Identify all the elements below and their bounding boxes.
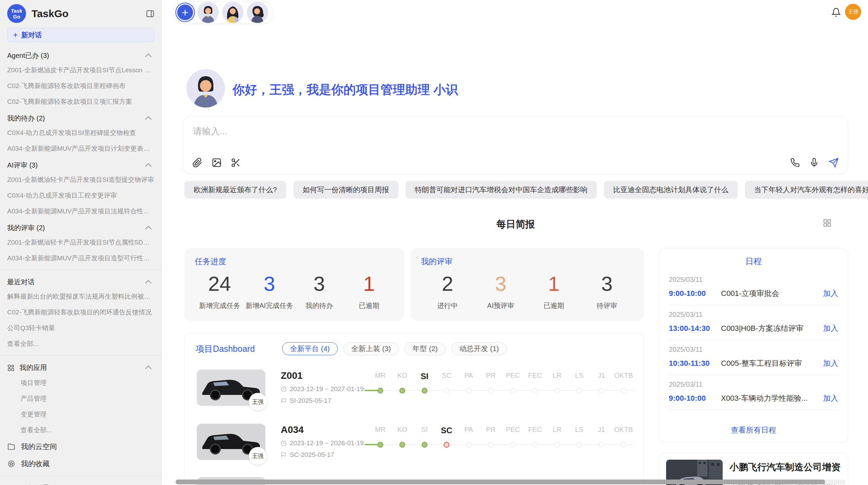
milestone-labels: MRKOSISCPAPRPECFECLRLSJ1OKTB	[369, 426, 635, 435]
milestone-dot[interactable]	[620, 388, 626, 394]
milestone-dot[interactable]	[599, 442, 604, 448]
list-item[interactable]: C02-飞腾新能源轻客改款项目里程碑画布	[0, 78, 161, 94]
image-upload-icon[interactable]	[212, 158, 222, 168]
schedule-item: 2025/03/11 13:00-14:30 C003|H0B-方案冻结评审 加…	[669, 305, 838, 340]
sidebar-item-label: 我的云空间	[21, 442, 57, 451]
milestone-dot[interactable]	[620, 442, 626, 448]
list-item[interactable]: 公司Q3轻卡销量	[0, 320, 161, 336]
milestone-dot[interactable]	[377, 388, 383, 394]
milestone-dot[interactable]	[377, 442, 383, 448]
sidebar-scroll: Agent已办 (3) Z001-全新燃油皮卡产品开发项目SI节点Lesson …	[0, 47, 161, 485]
list-item[interactable]: Z001-全新燃油轻卡产品开发项目SI节点属性5D文件评审	[0, 235, 161, 250]
milestone-dot[interactable]	[510, 442, 516, 448]
add-member-button[interactable]: +	[176, 3, 194, 21]
sidebar-item-cloud-space[interactable]: 我的云空间	[0, 438, 161, 455]
suggestion-chip[interactable]: 比亚迪全固态电池计划具体说了什么	[604, 181, 738, 199]
schedule-date: 2025/03/11	[669, 276, 838, 284]
project-row[interactable]: 王强 A034 2023-12-19 ~ 2026-01-19 SC-2025-…	[185, 424, 643, 460]
list-item[interactable]: C0X4-动力总成开发项目工程变更评审	[0, 188, 161, 203]
tab-model-year[interactable]: 年型 (2)	[405, 342, 446, 355]
chat-input-placeholder[interactable]: 请输入...	[193, 125, 227, 137]
suggestion-chip[interactable]: 欧洲新规最近颁布了什么?	[184, 181, 286, 199]
milestone-dot[interactable]	[399, 388, 405, 394]
milestone-dot[interactable]	[554, 442, 560, 448]
suggestion-chips: 欧洲新规最近颁布了什么? 如何写一份清晰的项目周报 特朗普可能对进口汽车增税会对…	[184, 181, 868, 199]
section-title: AI评审 (3)	[7, 161, 147, 170]
milestone-dot[interactable]	[444, 388, 449, 394]
new-chat-button[interactable]: + 新对话	[7, 28, 155, 42]
milestone-dot[interactable]	[488, 388, 494, 394]
project-info: Z001 2023-12-19 ~ 2027-01-19 SI-2025-05-…	[281, 370, 369, 406]
schedule-event-name: C003|H0B-方案冻结评审	[721, 323, 823, 334]
milestone-dot[interactable]	[532, 388, 538, 394]
join-link[interactable]: 加入	[823, 288, 838, 299]
suggestion-chip[interactable]: 特朗普可能对进口汽车增税会对中国车企造成哪些影响	[406, 181, 597, 199]
sidebar-item-change-mgmt[interactable]: 变更管理	[0, 407, 161, 422]
section-recent-chats[interactable]: 最近对话	[0, 273, 161, 289]
list-item[interactable]: C02-飞腾新能源轻客改款项目的闭环通告反馈情况	[0, 304, 161, 320]
milestone-dot[interactable]	[599, 388, 604, 394]
tab-new-body[interactable]: 全新上装 (3)	[343, 342, 399, 355]
send-icon[interactable]	[829, 158, 839, 168]
milestone-dot[interactable]	[422, 388, 427, 394]
chat-input-box[interactable]: 请输入...	[183, 116, 848, 174]
list-item[interactable]: 解释最新出台的欧盟报废车法规再生塑料比例被调至15%...	[0, 289, 161, 304]
milestone-dot[interactable]	[576, 442, 582, 448]
view-all-chats[interactable]: 查看全部...	[0, 336, 161, 352]
milestone-dot[interactable]	[488, 442, 494, 448]
project-row[interactable]: 王强 Z001 2023-12-19 ~ 2027-01-19 SI-2025-…	[185, 370, 643, 406]
layout-grid-icon[interactable]	[823, 219, 832, 227]
dashboard-header: 项目Dashboard 全新平台 (4) 全新上装 (3) 年型 (2) 动总开…	[185, 333, 643, 355]
collapse-sidebar-icon[interactable]	[146, 9, 155, 18]
join-link[interactable]: 加入	[823, 358, 838, 369]
milestone-dot[interactable]	[532, 442, 538, 448]
section-my-review[interactable]: 我的评审 (2)	[0, 219, 161, 235]
milestone-dot[interactable]	[554, 388, 560, 394]
sidebar-item-project-mgmt[interactable]: 项目管理	[0, 375, 161, 391]
join-link[interactable]: 加入	[823, 323, 838, 334]
tab-powertrain[interactable]: 动总开发 (1)	[451, 342, 507, 355]
milestone-dot[interactable]	[466, 388, 472, 394]
list-item[interactable]: Z001-全新燃油轻卡产品开发项目SI造型提交物评审	[0, 172, 161, 188]
milestone-dot[interactable]	[576, 388, 582, 394]
user-avatar[interactable]: 王强	[845, 4, 861, 20]
daily-brief-title: 每日简报	[496, 219, 535, 229]
milestone-dot[interactable]	[444, 442, 449, 448]
sidebar-item-product-mgmt[interactable]: 产品管理	[0, 391, 161, 407]
list-item[interactable]: A034-全新新能源MUV产品开发项目法规符合性评审	[0, 203, 161, 219]
phone-icon[interactable]	[790, 158, 800, 167]
view-all-apps[interactable]: 查看全部...	[0, 422, 161, 438]
avatar[interactable]	[197, 2, 219, 23]
list-item[interactable]: C02-飞腾新能源轻客改款项目立项汇报方案	[0, 94, 161, 110]
list-item[interactable]: A034-全新新能源MUV产品开发项目计划变更表编写	[0, 141, 161, 157]
tab-new-platform[interactable]: 全新平台 (4)	[282, 342, 338, 355]
attachment-icon[interactable]	[192, 158, 203, 168]
section-agent-done[interactable]: Agent已办 (3)	[0, 47, 161, 62]
join-link[interactable]: 加入	[823, 393, 838, 403]
schedule-time: 13:00-14:30	[669, 324, 721, 333]
milestone-dot[interactable]	[510, 388, 516, 394]
milestone-dot[interactable]	[399, 442, 405, 448]
list-item[interactable]: Z001-全新燃油皮卡产品开发项目SI节点Lesson Learn报告	[0, 62, 161, 78]
stat-new-done: 24新增完成任务	[195, 272, 244, 310]
horizontal-scrollbar-thumb[interactable]	[176, 480, 825, 484]
list-item[interactable]: A034-全新新能源MUV产品开发项目造型可行性评审	[0, 250, 161, 266]
scissors-icon[interactable]	[231, 158, 241, 168]
microphone-icon[interactable]	[809, 158, 819, 167]
milestone-dot[interactable]	[466, 442, 472, 448]
avatar[interactable]	[222, 2, 243, 23]
milestone-dot[interactable]	[422, 442, 427, 448]
sidebar-item-ai-employee[interactable]: AI超级员工	[0, 480, 161, 485]
horizontal-scrollbar-track[interactable]	[176, 480, 846, 484]
section-ai-review[interactable]: AI评审 (3)	[0, 157, 161, 172]
suggestion-chip[interactable]: 当下年轻人对汽车外观有怎样的喜好趋势	[745, 181, 868, 199]
sidebar-item-my-apps[interactable]: 我的应用	[0, 359, 161, 375]
sidebar-item-favorites[interactable]: 我的收藏	[0, 455, 161, 472]
view-all-schedule-link[interactable]: 查看所有日程	[669, 425, 838, 437]
avatar[interactable]	[247, 2, 268, 23]
list-item[interactable]: C0X4-动力总成开发项目SI里程碑提交物检查	[0, 125, 161, 141]
section-my-todo[interactable]: 我的待办 (2)	[0, 110, 161, 125]
notification-bell-icon[interactable]	[831, 8, 841, 17]
suggestion-chip[interactable]: 如何写一份清晰的项目周报	[293, 181, 398, 199]
schedule-item: 2025/03/11 10:30-11:30 C005-整车工程目标评审 加入	[669, 340, 838, 375]
